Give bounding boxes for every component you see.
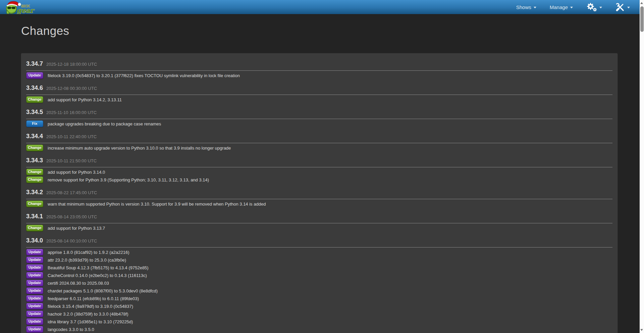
change-type-badge: Change [26,225,43,231]
change-entry: Update filelock 3.15.4 (9a979df) to 3.19… [26,303,612,309]
version-block: 3.34.7 2025-12-18 18:00:00 UTC Update fi… [26,60,612,78]
top-navbar: SICK gear Shows Manage [0,0,644,14]
change-entry: Update idna library 3.7 (1d365e1) to 3.1… [26,319,612,325]
version-date: 2025-10-11 22:40:00 UTC [46,133,97,141]
version-date: 2025-08-22 17:45:00 UTC [46,189,97,197]
entry-list: Change increase minimum auto upgrade ver… [26,145,612,151]
menu-shows-label: Shows [516,4,531,10]
tools-icon [615,3,625,11]
change-type-badge: Change [26,176,43,183]
change-entry: Update hachoir 3.2.0 (38d759f) to 3.3.0 … [26,311,612,317]
change-entry-text: langcodes 3.3.0 to 3.5.0 [48,327,94,332]
change-type-badge: Update [26,257,43,263]
version-number: 3.34.6 [26,84,43,92]
change-entry: Update apprise 1.8.0 (81caf92) to 1.9.2 … [26,249,612,255]
change-type-badge: Update [26,249,43,256]
change-type-badge: Update [26,303,43,310]
sickgear-logo[interactable]: SICK gear [3,0,35,14]
menu-shows[interactable]: Shows [516,4,536,10]
change-entry: Change add support for Python 3.14.2, 3.… [26,97,612,103]
version-number: 3.34.7 [26,60,43,67]
menu-manage[interactable]: Manage [550,4,573,10]
change-entry: Update attr 23.2.0 (b393d79) to 25.3.0 (… [26,257,612,263]
entry-list: Fix package upgrades breaking due to pac… [26,121,612,127]
change-type-badge: Change [26,169,43,175]
menu-config[interactable] [586,3,602,12]
version-number: 3.34.4 [26,132,43,140]
page-title: Changes [21,24,644,38]
gears-icon [586,3,597,12]
change-entry-text: idna library 3.7 (1d365e1) to 3.10 (7292… [48,319,133,324]
version-heading: 3.34.5 2025-11-10 16:00:00 UTC [26,108,612,119]
change-entry: Update certifi 2024.08.30 to 2025.08.03 [26,280,612,286]
change-entry-text: chardet packages 5.1.0 (8087f00) to 5.3.… [48,288,158,293]
version-date: 2025-08-14 00:10:00 UTC [46,237,97,245]
svg-text:gear: gear [17,6,35,14]
change-entry: Update chardet packages 5.1.0 (8087f00) … [26,288,612,294]
change-entry-text: certifi 2024.08.30 to 2025.08.03 [48,281,109,286]
entry-list: Change add support for Python 3.14.0 Cha… [26,169,612,183]
entry-list: Change add support for Python 3.13.7 [26,225,612,231]
version-block: 3.34.3 2025-10-11 21:50:00 UTC Change ad… [26,157,612,183]
version-heading: 3.34.0 2025-08-14 00:10:00 UTC [26,237,612,247]
change-entry-text: warn that minimum supported Python is ve… [48,202,266,207]
change-entry: Update filelock 3.19.0 (0c54837) to 3.20… [26,72,612,78]
changelog-panel: 3.34.7 2025-12-18 18:00:00 UTC Update fi… [21,53,618,333]
entry-list: Change add support for Python 3.14.2, 3.… [26,97,612,103]
version-heading: 3.34.3 2025-10-11 21:50:00 UTC [26,157,612,167]
scroll-up-arrow[interactable] [640,2,643,4]
version-block: 3.34.2 2025-08-22 17:45:00 UTC Change wa… [26,188,612,207]
change-entry-text: filelock 3.15.4 (9a979df) to 3.19.0 (0c5… [48,304,133,309]
change-entry-text: filelock 3.19.0 (0c54837) to 3.20.1 (377… [48,73,240,78]
change-entry-text: remove support for Python 3.9 (Supportin… [48,177,209,182]
change-entry: Update Beautiful Soup 4.12.3 (7fb5175) t… [26,265,612,271]
change-entry-text: add support for Python 3.13.7 [48,226,105,231]
version-block: 3.34.5 2025-11-10 16:00:00 UTC Fix packa… [26,108,612,127]
change-entry: Change increase minimum auto upgrade ver… [26,145,612,151]
version-block: 3.34.6 2025-12-08 00:30:00 UTC Change ad… [26,84,612,103]
change-entry: Change add support for Python 3.14.0 [26,169,612,175]
menu-tools[interactable] [615,3,630,11]
change-entry-text: increase minimum auto upgrade version to… [48,146,231,151]
version-block: 3.34.1 2025-08-14 23:05:00 UTC Change ad… [26,213,612,231]
chevron-down-icon [534,7,536,8]
version-heading: 3.34.4 2025-10-11 22:40:00 UTC [26,132,612,143]
version-heading: 3.34.1 2025-08-14 23:05:00 UTC [26,213,612,223]
change-entry-text: add support for Python 3.14.2, 3.13.11 [48,97,122,102]
version-block: 3.34.4 2025-10-11 22:40:00 UTC Change in… [26,132,612,151]
change-entry: Update CacheControl 0.14.0 (e2be0c2) to … [26,272,612,278]
change-type-badge: Update [26,72,43,79]
scrollbar-thumb[interactable] [640,6,644,32]
version-date: 2025-08-14 23:05:00 UTC [46,213,97,221]
change-entry: Change add support for Python 3.13.7 [26,225,612,231]
change-entry-text: add support for Python 3.14.0 [48,170,105,175]
changelog-list: 3.34.7 2025-12-18 18:00:00 UTC Update fi… [26,60,612,332]
entry-list: Update apprise 1.8.0 (81caf92) to 1.9.2 … [26,249,612,332]
version-number: 3.34.1 [26,213,43,220]
version-date: 2025-12-08 00:30:00 UTC [46,85,97,92]
change-type-badge: Update [26,326,43,333]
change-entry-text: Beautiful Soup 4.12.3 (7fb5175) to 4.13.… [48,265,149,270]
version-block: 3.34.0 2025-08-14 00:10:00 UTC Update ap… [26,237,612,332]
vertical-scrollbar[interactable] [640,0,644,333]
change-type-badge: Update [26,280,43,286]
version-heading: 3.34.7 2025-12-18 18:00:00 UTC [26,60,612,71]
change-type-badge: Change [26,96,43,103]
version-number: 3.34.2 [26,188,43,196]
change-entry: Fix package upgrades breaking due to pac… [26,121,612,127]
chevron-down-icon [599,7,602,8]
chevron-down-icon [627,7,630,8]
change-type-badge: Update [26,287,43,294]
change-entry-text: attr 23.2.0 (b393d79) to 25.3.0 (ca3fb0e… [48,258,126,263]
version-date: 2025-12-18 18:00:00 UTC [46,61,97,68]
change-entry-text: package upgrades breaking due to package… [48,121,161,126]
scroll-down-arrow[interactable] [640,329,643,331]
change-type-badge: Update [26,264,43,271]
menu-manage-label: Manage [550,4,568,10]
version-heading: 3.34.2 2025-08-22 17:45:00 UTC [26,188,612,199]
change-type-badge: Change [26,201,43,207]
version-number: 3.34.5 [26,108,43,116]
sickgear-logo-icon: SICK gear [3,0,35,14]
change-type-badge: Update [26,318,43,325]
version-date: 2025-10-11 21:50:00 UTC [46,157,97,165]
